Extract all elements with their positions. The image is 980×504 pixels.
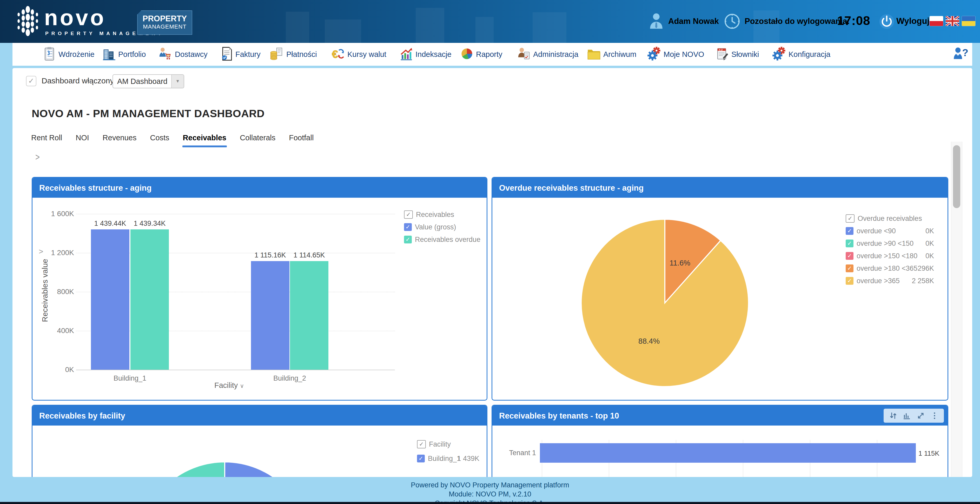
- invoice-check-icon: [220, 47, 233, 62]
- nav-item-label: Archiwum: [603, 50, 636, 59]
- tab-receivables[interactable]: Receivables: [183, 134, 227, 147]
- legend-overdue-150-180[interactable]: ✓overdue >150 <1800K: [846, 251, 934, 260]
- legend-swatch-checkbox[interactable]: ✓: [846, 252, 853, 260]
- legend-swatch-checkbox[interactable]: ✓: [404, 223, 412, 231]
- card-header: Overdue receivables structure - aging: [492, 178, 948, 198]
- badge-line1: PROPERTY: [138, 14, 192, 23]
- flag-poland[interactable]: [930, 16, 943, 26]
- legend-overdue-receivables[interactable]: ✓Overdue receivables: [846, 214, 939, 223]
- tab-footfall[interactable]: Footfall: [289, 134, 313, 147]
- tab-noi[interactable]: NOI: [76, 134, 89, 147]
- skyline-decoration: [476, 17, 494, 43]
- dashboard-enabled-checkbox[interactable]: ✓: [26, 76, 37, 86]
- logout-button[interactable]: Wyloguj: [896, 16, 930, 26]
- index-chart-icon: [399, 47, 414, 62]
- clock-icon: [724, 13, 740, 31]
- nav-item-indeksacje[interactable]: Indeksacje: [399, 43, 452, 66]
- nav-item-słowniki[interactable]: A-ZSłowniki: [715, 43, 759, 66]
- legend-receivables-overdue[interactable]: ✓Receivables overdue: [404, 235, 482, 244]
- dashboard-select[interactable]: AM Dashboard ▼: [113, 74, 184, 88]
- tab-costs[interactable]: Costs: [150, 134, 169, 147]
- nav-item-label: Płatności: [286, 50, 317, 59]
- nav-item-label: Dostawcy: [175, 50, 208, 59]
- footer-line1: Powered by NOVO Property Management plat…: [0, 478, 980, 489]
- card-overdue-receivables-structure: Overdue receivables structure - aging 11…: [492, 177, 948, 401]
- power-icon[interactable]: [879, 14, 895, 31]
- legend-facility[interactable]: ✓Facility: [417, 440, 479, 449]
- legend-swatch-checkbox[interactable]: ✓: [846, 227, 853, 235]
- sort-icon[interactable]: [889, 411, 897, 420]
- y-tick-label: 400K: [38, 327, 74, 335]
- nav-item-label: Kursy walut: [347, 50, 387, 59]
- legend-swatch-checkbox[interactable]: ✓: [417, 455, 425, 463]
- legend-label: overdue >90 <150: [857, 240, 913, 248]
- scrollbar-thumb[interactable]: [953, 145, 960, 208]
- nav-item-label: Konfiguracja: [789, 50, 830, 59]
- bar-building_1-receivables-overdue: [130, 229, 169, 370]
- card-header: Receivables by facility: [32, 405, 487, 426]
- legend-swatch-checkbox[interactable]: ✓: [846, 264, 853, 272]
- legend-overdue-90-150[interactable]: ✓overdue >90 <1500K: [846, 239, 934, 248]
- chevron-down-icon: ∨: [240, 383, 244, 389]
- legend-building-1[interactable]: ✓Building_11 439K: [417, 454, 479, 463]
- nav-item-archiwum[interactable]: Archiwum: [587, 43, 636, 66]
- x-axis-title[interactable]: Facility ∨: [214, 381, 244, 390]
- nav-item-label: Portfolio: [118, 50, 146, 59]
- legend-value-gross[interactable]: ✓Value (gross): [404, 223, 482, 232]
- tab-revenues[interactable]: Revenues: [103, 134, 137, 147]
- legend-receivables[interactable]: ✓Receivables: [404, 210, 482, 219]
- svg-text:€: €: [332, 48, 338, 60]
- chart-icon[interactable]: [902, 411, 911, 420]
- footer-line2: Module: NOVO PM, v.2.10: [0, 490, 980, 498]
- help-user-icon[interactable]: ?: [951, 46, 968, 64]
- nav-item-faktury[interactable]: Faktury: [220, 43, 261, 66]
- nav-item-label: Słowniki: [731, 50, 759, 59]
- nav-item-portfolio[interactable]: Portfolio: [102, 43, 146, 66]
- nav-item-kursy-walut[interactable]: €Kursy walut: [331, 43, 387, 66]
- user-icon: [649, 13, 663, 31]
- vertical-scrollbar[interactable]: [951, 142, 963, 477]
- coins-icon: [270, 47, 284, 62]
- legend-overdue-180-365[interactable]: ✓overdue >180 <365296K: [846, 264, 934, 273]
- nav-item-płatności[interactable]: Płatności: [270, 43, 317, 66]
- checkbox-checked-icon[interactable]: ✓: [417, 440, 426, 448]
- dropdown-arrow-icon[interactable]: ▼: [171, 75, 184, 88]
- nav-item-moje-novo[interactable]: Moje NOVO: [647, 43, 704, 66]
- more-icon[interactable]: [930, 411, 939, 420]
- checkbox-checked-icon[interactable]: ✓: [404, 210, 413, 219]
- card-title: Overdue receivables structure - aging: [499, 183, 644, 193]
- x-category-label: Building_1: [91, 374, 169, 382]
- nav-item-dostawcy[interactable]: Dostawcy: [158, 43, 208, 66]
- pie-slice-building-2: [139, 462, 225, 477]
- flag-ukraine[interactable]: [962, 16, 975, 26]
- legend-swatch-checkbox[interactable]: ✓: [404, 235, 412, 243]
- legend-label: Receivables: [416, 211, 454, 219]
- dashboard-enabled-label: Dashboard włączony: [41, 76, 114, 85]
- nav-item-administracja[interactable]: Administracja: [517, 43, 578, 66]
- nav-item-wdrożenie[interactable]: Wdrożenie: [42, 43, 95, 66]
- flag-united-kingdom[interactable]: [946, 16, 959, 26]
- nav-item-label: Administracja: [533, 50, 578, 59]
- skyline-decoration: [416, 8, 444, 43]
- buildings-icon: [102, 47, 116, 62]
- tab-rent-roll[interactable]: Rent Roll: [31, 134, 62, 147]
- nav-item-konfiguracja[interactable]: Konfiguracja: [772, 43, 830, 66]
- checkbox-checked-icon[interactable]: ✓: [846, 214, 854, 223]
- bar-tenant-1: [540, 443, 916, 463]
- legend-overdue-90[interactable]: ✓overdue <900K: [846, 227, 934, 235]
- legend-swatch-checkbox[interactable]: ✓: [846, 240, 853, 247]
- x-category-label: Building_2: [251, 374, 329, 382]
- filters-expander-chevron-icon[interactable]: >: [35, 152, 40, 163]
- legend-swatch-checkbox[interactable]: ✓: [846, 277, 853, 285]
- bottom-strip: [0, 502, 980, 504]
- nav-item-raporty[interactable]: Raporty: [460, 43, 503, 66]
- app-footer: Powered by NOVO Property Management plat…: [0, 477, 980, 502]
- skyline-decoration: [533, 12, 566, 43]
- svg-text:?: ?: [962, 47, 968, 58]
- legend-overdue-365[interactable]: ✓overdue >3652 258K: [846, 277, 934, 285]
- admin-user-icon: [517, 47, 531, 62]
- dictionary-icon: A-Z: [715, 47, 729, 62]
- expand-icon[interactable]: [916, 411, 925, 420]
- tab-collaterals[interactable]: Collaterals: [240, 134, 275, 147]
- nav-item-label: Faktury: [235, 50, 261, 59]
